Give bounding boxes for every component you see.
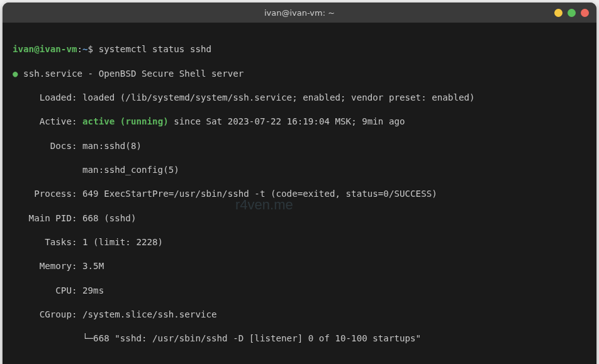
maximize-button[interactable]: [568, 9, 576, 17]
loaded-line: Loaded: loaded (/lib/systemd/system/ssh.…: [13, 92, 586, 104]
active-label: Active:: [13, 116, 82, 126]
memory-line: Memory: 3.5M: [13, 260, 586, 272]
cgroup-line-1: CGroup: /system.slice/ssh.service: [13, 309, 586, 321]
active-since: since Sat 2023-07-22 16:19:04 MSK; 9min …: [169, 116, 405, 126]
window-title: ivan@ivan-vm: ~: [264, 8, 335, 18]
blank-line: [13, 357, 586, 364]
docs-line-2: man:sshd_config(5): [13, 164, 586, 176]
mainpid-line: Main PID: 668 (sshd): [13, 212, 586, 224]
cgroup-line-2: └─668 "sshd: /usr/sbin/sshd -D [listener…: [13, 333, 586, 345]
cpu-line: CPU: 29ms: [13, 285, 586, 297]
docs-line-1: Docs: man:sshd(8): [13, 140, 586, 152]
status-bullet-icon: ●: [13, 69, 18, 79]
close-button[interactable]: [581, 9, 589, 17]
titlebar[interactable]: ivan@ivan-vm: ~: [3, 3, 596, 23]
service-name: ssh.service - OpenBSD Secure Shell serve…: [18, 69, 244, 79]
active-status: active (running): [82, 116, 169, 126]
tasks-line: Tasks: 1 (limit: 2228): [13, 236, 586, 248]
active-line: Active: active (running) since Sat 2023-…: [13, 116, 586, 128]
prompt-line-1: ivan@ivan-vm:~$ systemctl status sshd: [13, 43, 586, 55]
prompt-user: ivan@ivan-vm: [13, 44, 77, 54]
service-header: ● ssh.service - OpenBSD Secure Shell ser…: [13, 68, 586, 80]
terminal-window: ivan@ivan-vm: ~ ivan@ivan-vm:~$ systemct…: [3, 3, 596, 364]
prompt-sep: :: [77, 44, 83, 54]
terminal-body[interactable]: ivan@ivan-vm:~$ systemctl status sshd ● …: [3, 23, 596, 364]
prompt-path: ~: [82, 44, 88, 54]
prompt-symbol: $: [88, 44, 94, 54]
minimize-button[interactable]: [554, 9, 563, 17]
command-text: systemctl status sshd: [99, 44, 211, 54]
window-controls: [554, 9, 589, 17]
process-line: Process: 649 ExecStartPre=/usr/sbin/sshd…: [13, 188, 586, 200]
